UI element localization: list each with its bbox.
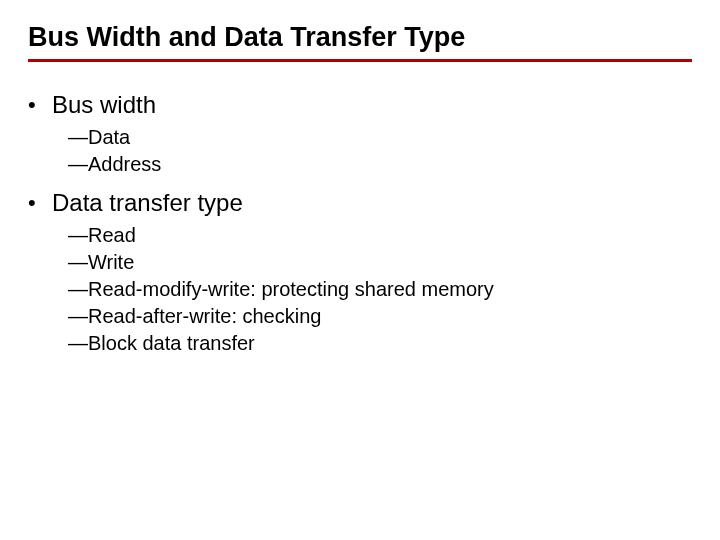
level2-text: Read — [88, 222, 692, 249]
level2-item: — Read-after-write: checking — [68, 303, 692, 330]
bullet-icon: • — [28, 188, 52, 218]
level2-group: — Data — Address — [68, 124, 692, 178]
level2-group: — Read — Write — Read-modify-write: prot… — [68, 222, 692, 357]
level1-item: • Bus width — [28, 90, 692, 120]
title-underline — [28, 59, 692, 62]
dash-icon: — — [68, 124, 88, 151]
level2-item: — Write — [68, 249, 692, 276]
level2-text: Block data transfer — [88, 330, 692, 357]
slide-body: • Bus width — Data — Address • Data tran… — [28, 80, 692, 357]
level1-text: Bus width — [52, 90, 692, 120]
bullet-icon: • — [28, 90, 52, 120]
level2-text: Read-after-write: checking — [88, 303, 692, 330]
dash-icon: — — [68, 151, 88, 178]
slide-title: Bus Width and Data Transfer Type — [28, 22, 692, 57]
level2-text: Address — [88, 151, 692, 178]
level2-item: — Read — [68, 222, 692, 249]
slide: Bus Width and Data Transfer Type • Bus w… — [0, 0, 720, 540]
level1-text: Data transfer type — [52, 188, 692, 218]
title-block: Bus Width and Data Transfer Type — [28, 22, 692, 62]
level2-item: — Address — [68, 151, 692, 178]
level2-text: Read-modify-write: protecting shared mem… — [88, 276, 692, 303]
level1-item: • Data transfer type — [28, 188, 692, 218]
dash-icon: — — [68, 330, 88, 357]
level2-item: — Read-modify-write: protecting shared m… — [68, 276, 692, 303]
dash-icon: — — [68, 249, 88, 276]
level2-item: — Data — [68, 124, 692, 151]
level2-text: Write — [88, 249, 692, 276]
level2-item: — Block data transfer — [68, 330, 692, 357]
dash-icon: — — [68, 303, 88, 330]
dash-icon: — — [68, 276, 88, 303]
dash-icon: — — [68, 222, 88, 249]
level2-text: Data — [88, 124, 692, 151]
